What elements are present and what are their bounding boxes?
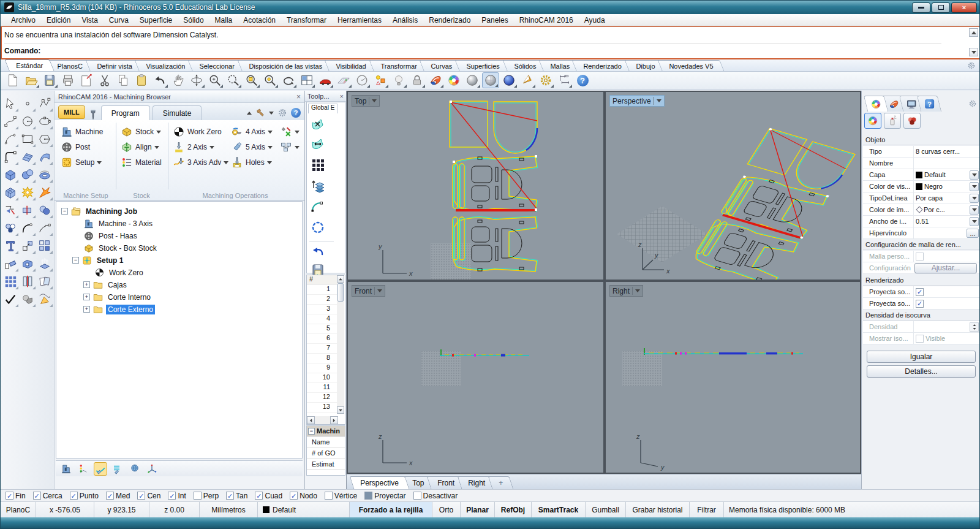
tree-item-machining-job[interactable]: Machining Job <box>84 207 139 216</box>
tool-group-button[interactable] <box>2 220 18 236</box>
tab-transformar[interactable]: Transformar <box>369 60 428 71</box>
texture-props-button[interactable] <box>903 113 921 129</box>
restore-button[interactable] <box>932 2 950 13</box>
top-viewport-menu-icon[interactable] <box>372 99 377 102</box>
tool-text-button[interactable] <box>2 238 18 254</box>
footer-globe-view-button[interactable] <box>128 462 141 476</box>
gcode-row[interactable]: 3 <box>307 305 337 314</box>
capa-dropdown[interactable] <box>970 170 979 180</box>
tool-box-button[interactable] <box>2 167 18 183</box>
info-row-estimate[interactable]: Estimat <box>307 459 345 470</box>
osnap-vertice[interactable]: Vértice <box>325 492 357 500</box>
top-viewport[interactable]: y x Top <box>348 92 603 280</box>
machining-browser-header[interactable]: RhinoCAM 2016 - Machining Browser × <box>55 91 304 103</box>
history-scroll-down[interactable] <box>969 48 978 56</box>
tool-surface-points-button[interactable] <box>20 149 36 165</box>
gcode-row[interactable]: 4 <box>307 314 337 324</box>
color-im-dropdown[interactable] <box>970 205 979 215</box>
tab-superficies[interactable]: Superficies <box>454 60 511 71</box>
osnap-tan[interactable]: ✓Tan <box>226 492 247 500</box>
tab-visualizacion[interactable]: Visualización <box>134 60 196 71</box>
gcode-scroll-down[interactable] <box>337 406 344 414</box>
info-row-name[interactable]: Name <box>307 436 345 447</box>
tool-explode-button[interactable] <box>20 185 36 200</box>
tool-circle-button[interactable] <box>20 113 36 129</box>
densidad-spinner[interactable] <box>970 322 979 332</box>
gcode-row[interactable]: 11 <box>307 383 337 393</box>
close-button[interactable]: × <box>951 2 977 13</box>
tool-extrude-button[interactable] <box>37 256 53 272</box>
proyecta2-checkbox[interactable]: ✓ <box>916 300 924 308</box>
setup-button[interactable]: Setup <box>61 156 102 169</box>
save-button[interactable] <box>41 72 58 88</box>
collapse-ribbon-icon[interactable] <box>247 112 252 115</box>
status-smarttrack[interactable]: SmartTrack <box>532 502 586 517</box>
five-axis-button[interactable]: 5 Axis <box>231 140 273 154</box>
tool-scale-button[interactable] <box>20 238 36 254</box>
tab-novedades[interactable]: Novedades V5 <box>657 60 724 71</box>
perspective-viewport-menu-icon[interactable] <box>657 99 662 102</box>
tool-select-button[interactable] <box>2 96 18 112</box>
footer-toolpath-view-button[interactable] <box>94 462 107 476</box>
ancho-dropdown[interactable] <box>970 217 979 226</box>
global-edit-tab[interactable]: Global E <box>308 104 337 113</box>
color-vis-dropdown[interactable] <box>970 182 979 191</box>
status-ortho[interactable]: Orto <box>432 502 461 517</box>
front-viewport-menu-icon[interactable] <box>377 289 382 292</box>
tree-item-corte-externo[interactable]: Corte Externo <box>106 305 155 314</box>
menu-acotacion[interactable]: Acotación <box>238 16 281 25</box>
tool-split-sheet-button[interactable] <box>20 273 36 289</box>
footer-axes-view-button[interactable] <box>145 462 159 476</box>
status-cplane[interactable]: PlanoC <box>1 502 36 517</box>
export-button[interactable] <box>78 72 95 88</box>
prop-ancho-value[interactable]: 0.51 <box>913 216 979 227</box>
gcode-row[interactable]: 13 <box>307 403 337 413</box>
tree-expander-setup[interactable]: − <box>72 257 79 264</box>
toolpath-undo-icon[interactable] <box>311 245 325 259</box>
footer-list-view-button[interactable] <box>111 462 124 476</box>
zoom-selected-button[interactable] <box>243 72 260 88</box>
tool-extend-button[interactable] <box>37 220 53 236</box>
status-gumball[interactable]: Gumball <box>586 502 626 517</box>
undo-button[interactable] <box>151 72 168 88</box>
render-button[interactable] <box>427 72 444 88</box>
tree-expander-job[interactable]: − <box>61 208 68 215</box>
osnap-proyectar-checkbox[interactable] <box>364 492 372 500</box>
menu-rhinocam[interactable]: RhinoCAM 2016 <box>514 16 579 25</box>
top-viewport-label[interactable]: Top <box>352 95 380 107</box>
status-layer[interactable]: Default <box>258 502 350 517</box>
perspective-viewport[interactable]: z y x Perspective <box>606 92 860 280</box>
prop-tipolinea-value[interactable]: Por capa <box>913 192 979 204</box>
igualar-button[interactable]: Igualar <box>867 351 976 363</box>
shaded-view-button[interactable] <box>464 72 481 88</box>
tool-arc-button[interactable] <box>2 131 18 147</box>
top-viewport-canvas[interactable]: y x <box>348 92 603 280</box>
gcode-scroll-up[interactable] <box>337 275 344 283</box>
tree-item-machine[interactable]: Machine - 3 Axis <box>97 219 154 229</box>
gcode-row[interactable]: 8 <box>307 354 337 363</box>
tool-split-button[interactable] <box>20 202 36 218</box>
gcode-scroll-thumb[interactable] <box>337 283 344 302</box>
hierarchy-button[interactable] <box>280 140 300 154</box>
status-record-history[interactable]: Grabar historial <box>626 502 690 517</box>
panel-gear-icon[interactable] <box>968 99 977 108</box>
menu-renderizado[interactable]: Renderizado <box>423 16 476 25</box>
osnap-cerca-checkbox[interactable]: ✓ <box>33 492 41 500</box>
rotate-view-button[interactable] <box>188 72 205 88</box>
tool-curve-points-button[interactable] <box>37 96 53 112</box>
history-scroll-up[interactable] <box>969 28 978 37</box>
gcode-row[interactable]: 1 <box>307 285 337 295</box>
material-button[interactable]: Material <box>121 156 162 169</box>
toolpath-transform-icon[interactable] <box>311 137 325 151</box>
holes-button[interactable]: Holes <box>231 156 272 169</box>
mill-button[interactable]: MILL <box>58 105 85 119</box>
footer-machine-view-button[interactable] <box>59 462 73 476</box>
tab-program[interactable]: Program <box>101 105 150 120</box>
gcode-row[interactable]: 10 <box>307 373 337 383</box>
tool-rectangle-button[interactable] <box>20 131 36 147</box>
align-button[interactable]: Align <box>121 140 159 154</box>
machine-button[interactable]: Machine <box>61 125 103 139</box>
machining-tools-button[interactable] <box>280 125 300 139</box>
menu-superficie[interactable]: Superficie <box>134 16 178 25</box>
tool-extract-button[interactable] <box>37 185 53 200</box>
